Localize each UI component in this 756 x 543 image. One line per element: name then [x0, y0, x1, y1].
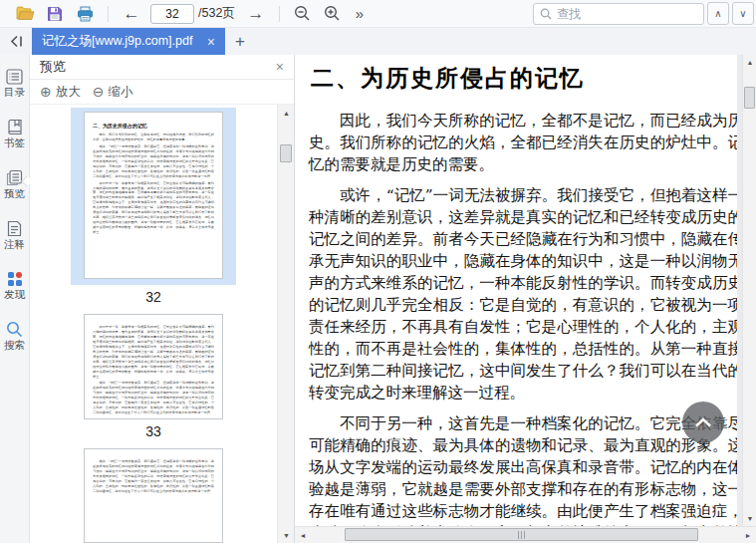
- previous-page-button[interactable]: ←: [117, 2, 146, 26]
- sidebar-label: 发现: [4, 289, 25, 300]
- bookmark-icon: [7, 119, 23, 136]
- document-tab[interactable]: 记忆之场[www.j9p.com].pdf ×: [32, 28, 225, 55]
- page-text: 因此，我们今天所称的记忆，全都不是记忆，而已经成为历史。我们所称的记忆的火焰，全…: [309, 110, 737, 526]
- search-blue-icon: [6, 321, 23, 338]
- sidebar-item-toc[interactable]: 目录: [0, 69, 30, 98]
- chevron-up-icon: [694, 417, 712, 427]
- discover-grid-icon: [7, 271, 23, 287]
- scrollbar-thumb[interactable]: [280, 144, 292, 162]
- sidebar-item-discover[interactable]: 发现: [0, 271, 30, 300]
- sidebar-label: 目录: [4, 87, 25, 98]
- zoom-out-icon: [294, 5, 311, 22]
- paragraph-2: 或许，“记忆”一词无法被摒弃。我们接受它，但抱着这样一种清晰的差别意识，这差异就…: [309, 184, 737, 404]
- main-toolbar: ← /532页 → » ∧ ∨: [0, 0, 756, 28]
- sidebar-label: 书签: [4, 137, 25, 148]
- sidebar-label: 注释: [4, 239, 25, 250]
- find-box[interactable]: [533, 3, 704, 25]
- mini-title: 二、为历史所侵占的记忆: [93, 123, 214, 129]
- preview-pages-icon: [6, 169, 23, 186]
- sidebar-item-bookmarks[interactable]: 书签: [0, 119, 30, 148]
- printer-icon: [77, 6, 94, 22]
- scroll-down-arrow[interactable]: ▼: [278, 529, 295, 541]
- back-to-top-button[interactable]: [682, 402, 724, 443]
- document-vertical-scrollbar[interactable]: ▲ ▼: [742, 55, 756, 526]
- sidebar-item-preview[interactable]: 预览: [0, 169, 30, 199]
- open-file-button[interactable]: [10, 2, 40, 26]
- arrow-right-icon: →: [242, 4, 270, 24]
- page-total-label: /532页: [198, 5, 235, 22]
- preview-panel: 预览 × ⊕ 放大 ⊖ 缩小 二、为历史所侵占的记忆 因此，我们今天所称的记忆，…: [30, 55, 295, 543]
- find-previous-button[interactable]: ∧: [707, 2, 729, 25]
- panel-close-icon[interactable]: ×: [276, 59, 284, 75]
- thumbnail-label-33: 33: [145, 423, 161, 439]
- tab-title: 记忆之场[www.j9p.com].pdf: [42, 33, 199, 50]
- sidebar-label: 预览: [4, 188, 25, 199]
- print-button[interactable]: [70, 2, 100, 26]
- toc-list-icon: [6, 69, 23, 85]
- arrow-left-icon: ←: [118, 4, 145, 24]
- collapse-tabs-button[interactable]: [0, 28, 32, 55]
- sidebar-item-annotations[interactable]: 注释: [0, 220, 30, 250]
- chapter-title: 二、为历史所侵占的记忆: [311, 63, 737, 94]
- chevron-left-bar-icon: [9, 35, 23, 48]
- sidebar: 目录 书签 预览 注释: [0, 55, 30, 543]
- save-icon: [47, 6, 63, 22]
- tab-bar: 记忆之场[www.j9p.com].pdf × +: [0, 28, 756, 55]
- annotation-doc-icon: [7, 220, 22, 237]
- page-number-input[interactable]: [150, 4, 194, 24]
- zoom-out-label: 缩小: [108, 84, 132, 101]
- minus-circle-icon: ⊖: [93, 84, 105, 100]
- plus-circle-icon: ⊕: [40, 84, 52, 100]
- search-icon: [540, 8, 552, 20]
- next-page-button[interactable]: →: [241, 2, 271, 26]
- thumbnail-page-34[interactable]: 或许，“记忆”一词无法被摒弃。我们接受它，但抱着这样一种清晰的差别意识，这差异就…: [84, 448, 223, 543]
- toolbar-separator: [279, 6, 280, 22]
- scroll-right-arrow[interactable]: ►: [742, 527, 754, 543]
- thumbnail-zoom-in-button[interactable]: ⊕ 放大: [40, 84, 81, 101]
- scroll-up-arrow[interactable]: ▲: [278, 107, 295, 119]
- new-tab-button[interactable]: +: [225, 28, 255, 55]
- scroll-down-arrow[interactable]: ▼: [743, 513, 756, 524]
- sidebar-item-search[interactable]: 搜索: [0, 321, 30, 351]
- save-button[interactable]: [40, 2, 70, 26]
- zoom-out-button[interactable]: [288, 2, 318, 26]
- zoom-in-label: 放大: [56, 84, 81, 101]
- document-viewport: 二、为历史所侵占的记忆 因此，我们今天所称的记忆，全都不是记忆，而已经成为历史。…: [295, 55, 756, 543]
- scrollbar-thumb[interactable]: [744, 87, 755, 109]
- thumbnail-list: 二、为历史所侵占的记忆 因此，我们今天所称的记忆，全都不是记忆，而已经成为历史。…: [30, 105, 277, 543]
- pdf-reader-window: ← /532页 → » ∧ ∨: [0, 0, 756, 543]
- scroll-left-arrow[interactable]: ◄: [297, 527, 309, 543]
- pdf-page: 二、为历史所侵占的记忆 因此，我们今天所称的记忆，全都不是记忆，而已经成为历史。…: [295, 55, 737, 526]
- scrollbar-thumb[interactable]: [345, 528, 698, 541]
- more-tools-button[interactable]: »: [348, 5, 372, 22]
- thumbnail-page-33[interactable]: 不同于另一种，这首先是一种档案化的记忆。它完全依靠尽可能精确的痕迹、最为具体的遗…: [84, 314, 223, 419]
- zoom-in-button[interactable]: [318, 2, 348, 26]
- paragraph-3: 不同于另一种，这首先是一种档案化的记忆。它完全依靠尽可能精确的痕迹、最为具体的遗…: [309, 412, 737, 526]
- sidebar-label: 搜索: [4, 340, 25, 351]
- zoom-in-icon: [324, 5, 341, 22]
- folder-open-icon: [16, 6, 35, 21]
- preview-panel-header: 预览 ×: [30, 55, 294, 80]
- scrollbar-grip: [346, 529, 697, 540]
- paragraph-1: 因此，我们今天所称的记忆，全都不是记忆，而已经成为历史。我们所称的记忆的火焰，全…: [309, 110, 737, 175]
- thumbnail-scrollbar[interactable]: ▲ ▼: [277, 105, 294, 543]
- preview-panel-title: 预览: [40, 58, 276, 76]
- thumbnail-selected-highlight: 二、为历史所侵占的记忆 因此，我们今天所称的记忆，全都不是记忆，而已经成为历史。…: [71, 108, 236, 285]
- thumbnail-label-32: 32: [145, 289, 161, 305]
- document-horizontal-scrollbar[interactable]: ◄ ►: [295, 526, 756, 543]
- toolbar-separator: [108, 6, 109, 22]
- preview-panel-tools: ⊕ 放大 ⊖ 缩小: [30, 80, 294, 105]
- thumbnail-zoom-out-button[interactable]: ⊖ 缩小: [93, 84, 133, 101]
- thumbnail-page-32[interactable]: 二、为历史所侵占的记忆 因此，我们今天所称的记忆，全都不是记忆，而已经成为历史。…: [84, 112, 223, 279]
- find-input[interactable]: [557, 7, 711, 21]
- find-next-button[interactable]: ∨: [732, 2, 754, 25]
- content-area: 目录 书签 预览 注释: [0, 55, 756, 543]
- tab-close-icon[interactable]: ×: [207, 34, 215, 50]
- scroll-up-arrow[interactable]: ▲: [743, 57, 756, 68]
